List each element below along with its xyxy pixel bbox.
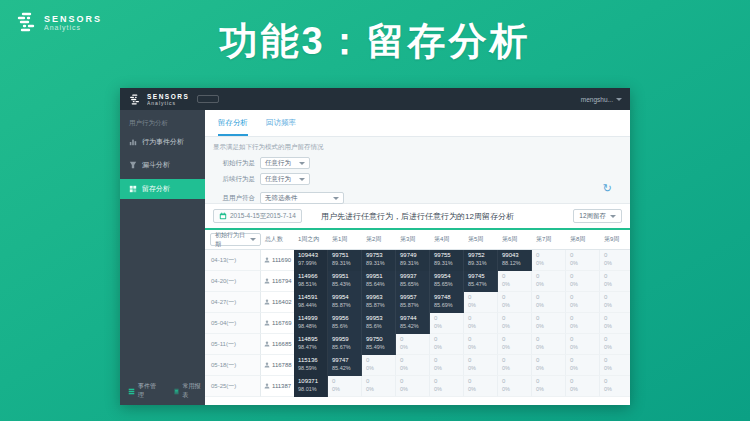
date-range-value: 2015-4-15至2015-7-14: [230, 212, 296, 221]
sidebar-item-retention-analysis[interactable]: 留存分析: [120, 179, 205, 199]
retained-count: 0: [536, 336, 565, 344]
sidebar-item-label: 行为事件分析: [142, 137, 184, 147]
date-range-button[interactable]: 2015-4-15至2015-7-14: [213, 209, 302, 223]
cohort-date-sort-button[interactable]: 初始行为日期: [210, 233, 261, 246]
retained-count: 0: [332, 378, 361, 386]
followup-behavior-select[interactable]: 任意行为: [260, 173, 310, 185]
retention-cell: 00%: [600, 376, 630, 397]
retained-count: 99957: [400, 294, 429, 302]
retention-cell: 00%: [566, 250, 600, 271]
retention-cell: 00%: [566, 313, 600, 334]
retention-cell: 00%: [566, 376, 600, 397]
retained-percent: 85.87%: [332, 302, 361, 309]
retained-percent: 89.31%: [366, 260, 395, 267]
retained-percent: 89.31%: [468, 260, 497, 267]
retention-cell: 9974585.47%: [464, 271, 498, 292]
table-header-row: 初始行为日期 总人数 1周之内第1周第2周第3周第4周第5周第6周第7周第8周第…: [205, 230, 630, 250]
user-filter-select[interactable]: 无筛选条件: [260, 192, 344, 204]
retention-cell: 10944397.99%: [294, 250, 328, 271]
retained-count: 99750: [366, 336, 395, 344]
retained-count: 99748: [434, 294, 463, 302]
retention-cell: 00%: [498, 271, 532, 292]
retained-count: 0: [468, 315, 497, 323]
table-row: 04-27(一)11640211459198.44%9995485.87%999…: [205, 292, 630, 313]
retained-percent: 0%: [434, 323, 463, 330]
retained-percent: 85.47%: [468, 281, 497, 288]
retained-count: 0: [536, 315, 565, 323]
retained-percent: 98.44%: [298, 302, 327, 309]
retained-percent: 89.31%: [434, 260, 463, 267]
retention-cell: 00%: [464, 334, 498, 355]
main-content: 留存分析 回访频率 显示满足如下行为模式的用户留存情况 初始行为是 任意行为 后…: [205, 110, 630, 405]
tab-revisit-frequency[interactable]: 回访频率: [266, 110, 296, 136]
retained-percent: 0%: [570, 323, 599, 330]
refresh-icon[interactable]: ↻: [603, 183, 612, 194]
retention-cell: 11459198.44%: [294, 292, 328, 313]
sidebar-item-funnel-analysis[interactable]: 漏斗分析: [120, 156, 205, 174]
table-row: 04-13(一)11169010944397.99%9975189.31%997…: [205, 250, 630, 271]
retained-percent: 0%: [604, 260, 630, 267]
retained-count: 0: [570, 315, 599, 323]
retention-cell: 9995485.87%: [328, 292, 362, 313]
retained-percent: 0%: [570, 281, 599, 288]
retained-percent: 98.01%: [298, 386, 327, 393]
retained-count: 0: [570, 336, 599, 344]
tab-retention[interactable]: 留存分析: [218, 110, 248, 136]
retention-cell: 9995185.43%: [328, 271, 362, 292]
cohort-date-cell: 05-04(一): [205, 313, 261, 334]
retained-count: 0: [570, 252, 599, 260]
header-week-column: 第2周: [362, 230, 396, 249]
retained-count: 114966: [298, 273, 327, 281]
retention-cell: 00%: [600, 313, 630, 334]
cohort-total-value: 111690: [272, 257, 291, 263]
cohort-date-cell: 04-20(一): [205, 271, 261, 292]
retention-cell: 9995185.64%: [362, 271, 396, 292]
retained-count: 0: [604, 252, 630, 260]
sidebar-item-label: 留存分析: [142, 184, 170, 194]
bar-chart-icon: [129, 138, 137, 146]
retained-percent: 0%: [536, 302, 565, 309]
cohort-total-value: 116788: [272, 362, 292, 368]
retention-cell: 9995485.65%: [430, 271, 464, 292]
retained-count: 114895: [298, 336, 327, 344]
retained-count: 99951: [332, 273, 361, 281]
table-row: 05-04(一)11676911499998.48%9995685.6%9995…: [205, 313, 630, 334]
header-week-column: 第9周: [600, 230, 630, 249]
sidebar-item-event-analysis[interactable]: 行为事件分析: [120, 133, 205, 151]
retention-cell: 00%: [532, 355, 566, 376]
retained-percent: 98.59%: [298, 365, 327, 372]
retained-percent: 89.31%: [332, 260, 361, 267]
retained-percent: 0%: [604, 344, 630, 351]
retained-count: 0: [468, 336, 497, 344]
user-menu[interactable]: mengshu...: [581, 95, 622, 104]
retention-cell: 00%: [532, 292, 566, 313]
retained-percent: 0%: [434, 365, 463, 372]
retained-percent: 0%: [570, 344, 599, 351]
retention-cell: 9996385.87%: [362, 292, 396, 313]
retention-cell: 9975389.31%: [362, 250, 396, 271]
retained-percent: 0%: [604, 281, 630, 288]
period-select[interactable]: 12周留存: [573, 209, 622, 223]
app-topbar: SENSORS Analytics mengshu...: [120, 88, 630, 110]
cohort-total-value: 116685: [272, 341, 292, 347]
retention-cell: 00%: [600, 355, 630, 376]
header-week-column: 第3周: [396, 230, 430, 249]
sidebar-item-event-manage[interactable]: 事件管理: [128, 382, 161, 400]
retained-count: 0: [434, 336, 463, 344]
app-brand-sub: Analytics: [147, 100, 189, 106]
retention-cell: 00%: [532, 376, 566, 397]
retained-percent: 85.43%: [332, 281, 361, 288]
user-name: mengshu...: [581, 96, 613, 103]
retained-percent: 88.12%: [502, 260, 531, 267]
retained-percent: 0%: [468, 302, 497, 309]
retained-percent: 85.49%: [366, 344, 395, 351]
sidebar-item-common-reports[interactable]: 常用报表: [173, 382, 206, 400]
retained-percent: 0%: [604, 365, 630, 372]
retained-percent: 0%: [604, 302, 630, 309]
cohort-date-cell: 05-18(一): [205, 355, 261, 376]
report-icon: [173, 388, 180, 395]
initial-behavior-select[interactable]: 任意行为: [260, 157, 310, 169]
app-window: SENSORS Analytics mengshu... 用户行为分析 行为事件…: [120, 88, 630, 405]
filter-label: 后续行为是: [213, 175, 255, 184]
retained-count: 0: [502, 273, 531, 281]
